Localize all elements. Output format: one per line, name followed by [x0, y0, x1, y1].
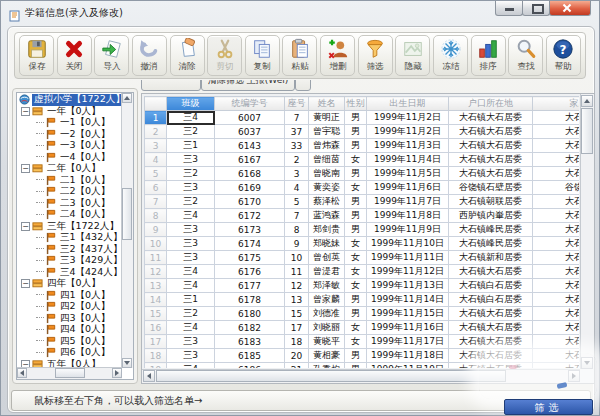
cell-cls[interactable]: 三3 [167, 349, 215, 363]
cell-residence[interactable]: 谷饶镇石壁居委 [449, 181, 533, 195]
row-number-cell[interactable]: 19 [145, 363, 167, 369]
cell-sex[interactable]: 男 [345, 307, 367, 321]
cell-cls[interactable]: 三4 [167, 209, 215, 223]
cell-cls[interactable]: 三2 [167, 307, 215, 321]
tree-expander-icon[interactable]: − [21, 360, 30, 367]
row-number-cell[interactable]: 3 [145, 139, 167, 153]
tree-scroll-left-button[interactable] [17, 368, 27, 378]
cell-sid[interactable]: 6178 [215, 293, 285, 307]
cell-seat[interactable]: 7 [285, 111, 309, 125]
cell-sid[interactable]: 6173 [215, 223, 285, 237]
cell-sex[interactable]: 男 [345, 349, 367, 363]
cell-cls[interactable]: 三2 [167, 125, 215, 139]
cell-name[interactable]: 刘德准 [309, 307, 345, 321]
cell-name[interactable]: 黄晓平 [309, 335, 345, 349]
tree-horizontal-scrollbar[interactable] [17, 367, 122, 379]
tree-scrollbar-thumb[interactable] [122, 188, 132, 240]
tree-item-year[interactable]: −五年【0人】 [18, 359, 121, 368]
cell-seat[interactable]: 33 [285, 139, 309, 153]
column-header-home[interactable]: 家庭地址 [533, 97, 580, 111]
cell-birth[interactable]: 1999年11月14日 [367, 293, 449, 307]
copy-button[interactable]: 复制 [245, 35, 280, 76]
cell-name[interactable]: 黄明正 [309, 111, 345, 125]
cell-birth[interactable]: 1999年11月8日 [367, 209, 449, 223]
cell-sex[interactable]: 男 [345, 195, 367, 209]
cell-seat[interactable]: 9 [285, 237, 309, 251]
cell-sex[interactable]: 女 [345, 153, 367, 167]
help-button[interactable]: ?帮助 [546, 35, 581, 76]
close-button[interactable]: 关闭 [57, 35, 92, 76]
hide-button[interactable]: 隐藏 [395, 35, 430, 76]
tree-scroll-right-button[interactable] [112, 368, 122, 378]
cell-home[interactable]: 大石镇大石 [533, 307, 580, 321]
cell-cls[interactable]: 三1 [167, 293, 215, 307]
import-button[interactable]: 导入 [94, 35, 129, 76]
row-number-cell[interactable]: 5 [145, 167, 167, 181]
cell-residence[interactable]: 大石镇峰民居委 [449, 223, 533, 237]
cell-residence[interactable]: 大石镇大石居委 [449, 125, 533, 139]
cell-home[interactable]: 大石镇大石 [533, 251, 580, 265]
cell-home[interactable]: 大石镇大石 [533, 153, 580, 167]
cell-sex[interactable]: 男 [345, 363, 367, 369]
cell-birth[interactable]: 1999年11月6日 [367, 181, 449, 195]
cell-sid[interactable]: 6185 [215, 349, 285, 363]
cell-seat[interactable]: 20 [285, 349, 309, 363]
cell-birth[interactable]: 1999年11月4日 [367, 153, 449, 167]
cell-birth[interactable]: 1999年11月2日 [367, 125, 449, 139]
row-number-header[interactable] [145, 97, 167, 111]
cell-home[interactable]: 大石镇大石 [533, 209, 580, 223]
cell-home[interactable]: 大石镇大石 [533, 349, 580, 363]
filter-strip-label[interactable]: 清除筛选 上报(Wel) [201, 80, 295, 91]
cell-name[interactable]: 黄相豪 [309, 349, 345, 363]
cell-name[interactable]: 郑泽敏 [309, 279, 345, 293]
cell-cls[interactable]: 三4 [167, 321, 215, 335]
cell-seat[interactable]: 17 [285, 321, 309, 335]
cell-seat[interactable]: 21 [285, 363, 309, 369]
row-number-cell[interactable]: 7 [145, 195, 167, 209]
cell-home[interactable]: 大石镇大石 [533, 125, 580, 139]
cell-birth[interactable]: 1999年11月10日 [367, 237, 449, 251]
cell-name[interactable]: 曾晓南 [309, 167, 345, 181]
cell-seat[interactable]: 13 [285, 293, 309, 307]
cell-sid[interactable]: 6180 [215, 307, 285, 321]
cell-name[interactable]: 蓝鸿森 [309, 209, 345, 223]
cell-residence[interactable]: 大石镇大石居委 [449, 307, 533, 321]
cell-birth[interactable]: 1999年11月2日 [367, 111, 449, 125]
tree-scroll-down-button[interactable] [122, 358, 132, 368]
cell-sex[interactable]: 女 [345, 335, 367, 349]
cell-seat[interactable]: 10 [285, 251, 309, 265]
cell-residence[interactable]: 大石镇大石居委 [449, 321, 533, 335]
cell-name[interactable]: 曾创英 [309, 251, 345, 265]
table-scrollbar-thumb[interactable] [581, 108, 593, 154]
cell-cls[interactable]: 三3 [167, 153, 215, 167]
column-header-birth[interactable]: 出生日期 [367, 97, 449, 111]
column-header-sid[interactable]: 统编学号 [215, 97, 285, 111]
filter-badge[interactable]: 筛选 [504, 399, 593, 415]
row-number-cell[interactable]: 1 [145, 111, 167, 125]
row-number-cell[interactable]: 16 [145, 321, 167, 335]
row-number-cell[interactable]: 4 [145, 153, 167, 167]
cell-name[interactable]: 曾炜森 [309, 139, 345, 153]
cell-sid[interactable]: 6037 [215, 125, 285, 139]
cell-seat[interactable]: 2 [285, 153, 309, 167]
cell-cls[interactable]: 三3 [167, 237, 215, 251]
cell-name[interactable]: 郑剑贵 [309, 223, 345, 237]
row-number-cell[interactable]: 18 [145, 349, 167, 363]
cell-residence[interactable]: 大石镇新和居委 [449, 251, 533, 265]
table-scroll-left-button[interactable] [143, 370, 155, 382]
row-number-cell[interactable]: 13 [145, 279, 167, 293]
cell-sex[interactable]: 女 [345, 181, 367, 195]
cell-seat[interactable]: 3 [285, 167, 309, 181]
cell-seat[interactable]: 18 [285, 335, 309, 349]
row-number-cell[interactable]: 9 [145, 223, 167, 237]
tree-vertical-scrollbar[interactable] [121, 93, 133, 368]
cell-home[interactable]: 大石镇大石 [533, 167, 580, 181]
add-delete-button[interactable]: 增删 [320, 35, 355, 76]
cell-sid[interactable]: 6170 [215, 195, 285, 209]
row-number-cell[interactable]: 15 [145, 307, 167, 321]
row-number-cell[interactable]: 10 [145, 237, 167, 251]
cell-seat[interactable]: 4 [285, 181, 309, 195]
cell-home[interactable]: 大石镇大石 [533, 139, 580, 153]
cell-residence[interactable]: 大石镇大石居委 [449, 139, 533, 153]
row-number-cell[interactable]: 17 [145, 335, 167, 349]
